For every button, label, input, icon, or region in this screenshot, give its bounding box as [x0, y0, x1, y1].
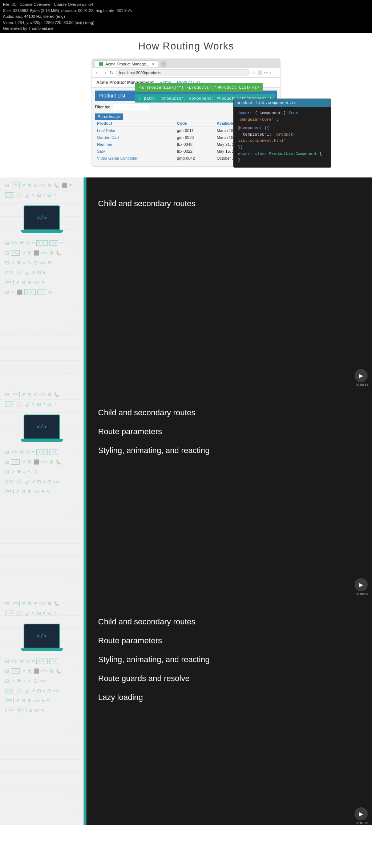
back-button[interactable]: ← — [95, 70, 100, 76]
play-button-2[interactable]: ▶ — [355, 578, 368, 591]
url-text: localhost:3000/products — [119, 71, 161, 75]
share-icon[interactable]: ↑ — [269, 70, 271, 75]
d3-code4-icon: </> — [41, 668, 48, 674]
grid8-icon: ⊟ — [33, 260, 37, 265]
cell-product[interactable]: Garden Cart — [95, 134, 175, 141]
forward-button[interactable]: → — [102, 70, 107, 76]
teal-accent-bar-1 — [84, 177, 86, 387]
d3-window-icon: ⬜ — [16, 611, 22, 616]
d2-arrow6-icon: ↗ — [31, 479, 35, 484]
chart2-icon: 📊 — [24, 270, 29, 275]
lines2-icon: ≡ — [43, 192, 46, 198]
panel3-item-3: Styling, animating, and reacting — [98, 652, 357, 668]
d2-tools4-icon: ⚒ — [17, 469, 21, 475]
filter-input[interactable] — [113, 104, 149, 110]
d2-chart2-icon: 📊 — [24, 479, 29, 484]
cell-product[interactable]: Leaf Rake — [95, 127, 175, 134]
puzzle4-icon: ⚙ — [48, 260, 52, 265]
d2-cursor3-icon: ↖ — [46, 489, 50, 494]
left-panel-2: ⊞ JPG ↗ ⚒ ⊟ </> ⚙ 🐛 CSS ⬜ 📊 ↖ ⊞ ≡ ⊟ ↗ </… — [0, 387, 84, 596]
code-line-5: export class ProductListComponent { } — [238, 151, 327, 164]
meta-generated: Generated by Thumbnail.me — [3, 25, 369, 32]
d2-tools5-icon: ⚒ — [21, 489, 26, 494]
d2-grid5-icon: ⊞ — [5, 449, 9, 455]
d3-tools4-icon: ⚒ — [17, 678, 21, 684]
d3-grid3-icon: ⊞ — [37, 611, 41, 616]
d3-grid6-icon: ⊞ — [5, 668, 9, 674]
laptop-widget-3: </> — [2, 624, 81, 651]
browser-tab[interactable]: Acme Product Manage... ✕ — [95, 60, 158, 67]
code-line-3: templateUrl: 'product-list.component.htm… — [238, 132, 327, 144]
panel-item-1: Child and secondary routes — [98, 196, 357, 212]
d3-lines-icon: ≡ — [43, 611, 46, 616]
dec3-icons-row8: HTML EXE ⚙ ⊞ ↖ — [2, 705, 81, 715]
chart-icon: 📊 — [24, 192, 29, 198]
left-panel-1: ⊞ JPG ↗ ⚒ ⊟ </> ⚙ 🐛 ⬛ ≡ CSS ⬜ 📊 ↖ ⊞ ≡ ⊟ … — [0, 177, 84, 387]
menu-icon[interactable]: ⋮ — [273, 70, 277, 75]
d2-code3-icon: </> — [11, 449, 18, 455]
html2-tag: HTML — [24, 289, 36, 295]
d3-arrow5-icon: ↗ — [11, 678, 15, 684]
d3-jpg2-icon: JPG — [11, 668, 20, 674]
tools3-icon: ⚒ — [27, 250, 32, 256]
code-line-2: @Component ({ — [238, 125, 327, 132]
play-button-3[interactable]: ▶ — [355, 807, 368, 820]
code-line-1: import { Component } from '@angular/core… — [238, 110, 327, 123]
d2-grid6-icon: ⊞ — [5, 459, 9, 465]
dec3-icons-row4: ⊞ JPG ↗ ⚒ ⬛ </> ⚙ 🐛 — [2, 666, 81, 676]
d3-tools2-icon: ⚒ — [20, 659, 24, 664]
meta-audio: Audio: aac, 44100 Hz, stereo (eng) — [3, 13, 369, 20]
dec-icons-row4: ⊞ JPG ↗ ⚒ ⬛ </> ⚙ 🐛 — [2, 248, 81, 258]
screenshot-icon[interactable]: ⬜ — [257, 70, 263, 75]
show-image-button[interactable]: Show Image — [95, 113, 123, 120]
play-button-1[interactable]: ▶ — [355, 369, 368, 382]
d3-html-tag: HTML — [36, 659, 48, 664]
d3-puzzle-icon: ⚙ — [48, 601, 52, 606]
d2-puzzle-icon: ⚙ — [48, 392, 52, 397]
jpg-icon: JPG — [11, 183, 20, 188]
dec3-icons-row2: CSS ⬜ 📊 ↖ ⊞ ≡ ⊟ ↗ — [2, 608, 81, 618]
url-bar[interactable]: localhost:3000/products — [116, 69, 250, 76]
d3-jpg3-icon: JPG — [5, 698, 14, 703]
dec3-icons-row3: ⊞ </> ⚒ ⚙ ≡ HTML EXE — [2, 656, 81, 666]
brick3-icon: ⬛ — [17, 289, 23, 295]
d2-grid9-icon: ⊞ — [37, 479, 41, 484]
cursor2-icon: ↖ — [28, 260, 32, 265]
grid2-icon: ⊟ — [33, 183, 37, 188]
code5-icon: </> — [39, 260, 46, 265]
new-tab-button[interactable]: + — [160, 60, 167, 68]
routing-section: How Routing Works Acme Product Manage...… — [0, 33, 372, 170]
tab-close-icon[interactable]: ✕ — [151, 62, 154, 66]
star-icon[interactable]: ☆ — [252, 70, 256, 75]
grid4-icon: ⊟ — [47, 192, 51, 198]
panel-right-1: Child and secondary routes ▶ 00:00:18 — [84, 177, 372, 387]
d3-code6-icon: </> — [53, 688, 60, 693]
code-popup: product-list.component.ts import { Compo… — [233, 99, 331, 168]
d3-tools5-icon: ⚒ — [21, 698, 26, 703]
browser-tab-bar: Acme Product Manage... ✕ + — [92, 59, 280, 68]
arrow4-icon: ↗ — [21, 250, 25, 256]
d2-tools2-icon: ⚒ — [20, 449, 24, 455]
d3-arrow-icon: ↗ — [21, 601, 25, 606]
refresh-button[interactable]: ↻ — [109, 70, 114, 76]
d3-grid11-icon: ⊞ — [35, 708, 39, 713]
d3-grid4-icon: ⊟ — [47, 611, 51, 616]
d2-code6b-icon: </> — [33, 489, 40, 494]
arrow5-icon: ↗ — [11, 260, 15, 265]
code4-icon: </> — [41, 250, 48, 256]
left-panel-3: ⊞ JPG ↗ ⚒ ⊟ </> ⚙ 🐛 CSS ⬜ 📊 ↖ ⊞ ≡ ⊟ ↗ </… — [0, 596, 84, 825]
dec3-icons-row6: CSS ⬜ 📊 ↗ ⊞ ≡ ⊟ </> — [2, 686, 81, 696]
play-icon-1: ▶ — [359, 373, 363, 379]
edit-icon[interactable]: ✏ — [264, 70, 268, 75]
col-code[interactable]: Code — [175, 120, 214, 127]
d2-tools-icon: ⚒ — [27, 392, 32, 397]
d2-cursor2-icon: ↖ — [28, 469, 32, 475]
css2-tag: CSS — [5, 270, 14, 275]
d2-grid10-icon: ⊟ — [47, 479, 51, 484]
col-product[interactable]: Product — [95, 120, 175, 127]
d3-lines2-icon: ≡ — [32, 659, 35, 664]
bug2-icon: 🐛 — [56, 250, 61, 256]
cursor-icon: ↖ — [31, 192, 35, 198]
tools5-icon: ⚒ — [21, 280, 26, 285]
tab-favicon — [99, 62, 103, 66]
